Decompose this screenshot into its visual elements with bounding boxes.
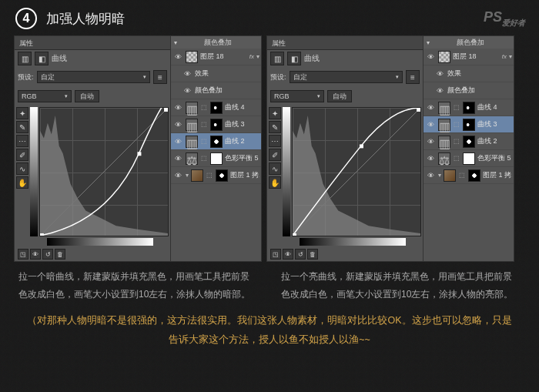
menu-icon[interactable]: ≡ [406,70,420,84]
visibility-icon[interactable]: 👁 [434,85,445,96]
layer-thumb[interactable] [438,51,450,63]
mask-icon[interactable]: ◧ [287,52,301,65]
adj-thumb[interactable]: ▥ [186,102,198,114]
chevron-icon[interactable]: ▾ [509,53,512,60]
curve-canvas-light[interactable] [292,107,421,236]
layer-row[interactable]: 👁图层 18fx▾ [171,49,261,65]
layer-row-selected[interactable]: 👁▥⬚曲线 2 [171,133,261,150]
layer-thumb[interactable] [444,169,456,182]
chevron-down-icon[interactable]: ▾ [174,39,177,46]
layer-row[interactable]: 👁▥⬚曲线 2 [424,133,514,150]
chevron-down-icon[interactable]: ▾ [427,39,430,46]
chevron-icon[interactable]: ▾ [186,172,189,179]
channel-select[interactable]: RGB▾ [270,90,324,102]
visibility-icon[interactable]: 👁 [182,85,192,96]
auto-button[interactable]: 自动 [327,90,352,102]
light-curve[interactable] [293,108,420,236]
visibility-icon[interactable]: 👁 [425,102,436,113]
smooth-icon[interactable]: ∿ [269,162,281,175]
visibility-icon[interactable]: 👁 [172,119,183,130]
layer-row[interactable]: 👁▥⬚曲线 4 [424,99,514,116]
adj-thumb[interactable]: ▥ [438,119,450,131]
point-icon[interactable]: ⋯ [16,135,28,147]
clip-icon[interactable]: ◳ [18,249,28,260]
layer-thumb[interactable] [191,169,203,182]
hand-icon[interactable]: ✋ [16,176,28,189]
mask-thumb[interactable] [468,169,480,182]
mask-thumb[interactable] [210,119,223,131]
trash-icon[interactable]: 🗑 [307,249,318,260]
preset-select[interactable]: 自定▾ [37,71,150,83]
properties-tab[interactable]: 属性 [267,36,423,50]
layer-row[interactable]: 👁⚖⬚色彩平衡 5 [171,150,261,167]
visibility-icon[interactable]: 👁 [425,52,436,62]
adj-thumb[interactable]: ▥ [186,119,198,131]
dark-curve[interactable] [40,108,168,236]
channel-select[interactable]: RGB▾ [18,90,72,102]
adj-thumb[interactable]: ▥ [438,102,450,114]
eyedropper-icon[interactable]: ✎ [269,121,281,133]
layer-row[interactable]: 👁⚖⬚色彩平衡 5 [424,150,514,167]
layer-row[interactable]: 👁图层 18fx▾ [424,49,514,65]
visibility-icon[interactable]: 👁 [425,170,436,181]
mask-thumb[interactable] [210,102,223,114]
visibility-icon[interactable]: 👁 [425,136,436,147]
visibility-icon[interactable]: 👁 [182,69,192,79]
mask-thumb[interactable] [216,169,228,182]
mask-thumb[interactable] [210,136,223,148]
layer-effect-row[interactable]: 👁效果 [171,65,261,82]
visibility-icon[interactable]: 👁 [172,170,183,181]
layer-effect-row[interactable]: 👁颜色叠加 [171,82,261,99]
layer-effect-row[interactable]: 👁颜色叠加 [424,82,514,99]
reset-icon[interactable]: ↺ [295,249,306,260]
blend-mode[interactable]: 颜色叠加 [204,38,232,48]
visibility-icon[interactable]: 👁 [172,136,183,147]
visibility-icon[interactable]: 👁 [172,102,183,113]
mask-thumb[interactable] [210,152,223,165]
layer-effect-row[interactable]: 👁效果 [424,65,514,82]
clip-icon[interactable]: ◳ [270,249,281,260]
menu-icon[interactable]: ≡ [153,70,167,84]
reset-icon[interactable]: ↺ [42,249,53,260]
trash-icon[interactable]: 🗑 [55,249,65,260]
curve-canvas-dark[interactable] [39,107,169,236]
mask-thumb[interactable] [463,102,475,114]
eyedropper-icon[interactable]: ✎ [16,121,28,133]
blend-mode[interactable]: 颜色叠加 [457,38,484,48]
mask-thumb[interactable] [463,119,475,131]
auto-button[interactable]: 自动 [75,90,99,102]
chevron-icon[interactable]: ▾ [438,172,441,179]
point-icon[interactable]: ⋯ [269,135,281,147]
visibility-icon[interactable]: 👁 [425,153,436,164]
layer-row[interactable]: 👁▾⬚图层 1 拷... [424,167,514,184]
preset-select[interactable]: 自定▾ [290,71,403,83]
hand-icon[interactable]: ✋ [269,176,281,189]
pencil-icon[interactable]: ✐ [16,149,28,161]
sampler-icon[interactable]: ✦ [269,107,281,119]
visibility-icon[interactable]: 👁 [172,153,183,164]
properties-tab[interactable]: 属性 [15,36,170,50]
layer-row[interactable]: 👁▾⬚图层 1 拷... [171,167,261,184]
sampler-icon[interactable]: ✦ [16,107,28,119]
adj-thumb[interactable]: ⚖ [186,152,198,165]
svg-rect-3 [164,108,168,112]
layer-row[interactable]: 👁▥⬚曲线 4 [171,99,261,116]
mask-thumb[interactable] [463,136,475,148]
watermark: PS爱好者 [484,9,525,28]
visibility-icon[interactable]: 👁 [425,119,436,130]
smooth-icon[interactable]: ∿ [16,162,28,175]
eye-icon[interactable]: 👁 [30,249,41,260]
adj-thumb[interactable]: ▥ [438,136,450,148]
pencil-icon[interactable]: ✐ [269,149,281,161]
eye-icon[interactable]: 👁 [283,249,293,260]
layer-row-selected[interactable]: 👁▥⬚曲线 3 [424,116,514,133]
mask-thumb[interactable] [463,152,475,165]
chevron-icon[interactable]: ▾ [256,53,259,60]
layer-thumb[interactable] [186,51,198,63]
layer-row[interactable]: 👁▥⬚曲线 3 [171,116,261,133]
mask-icon[interactable]: ◧ [35,52,49,65]
visibility-icon[interactable]: 👁 [172,52,183,62]
visibility-icon[interactable]: 👁 [434,69,445,79]
adj-thumb[interactable]: ▥ [186,136,198,148]
adj-thumb[interactable]: ⚖ [438,152,450,165]
